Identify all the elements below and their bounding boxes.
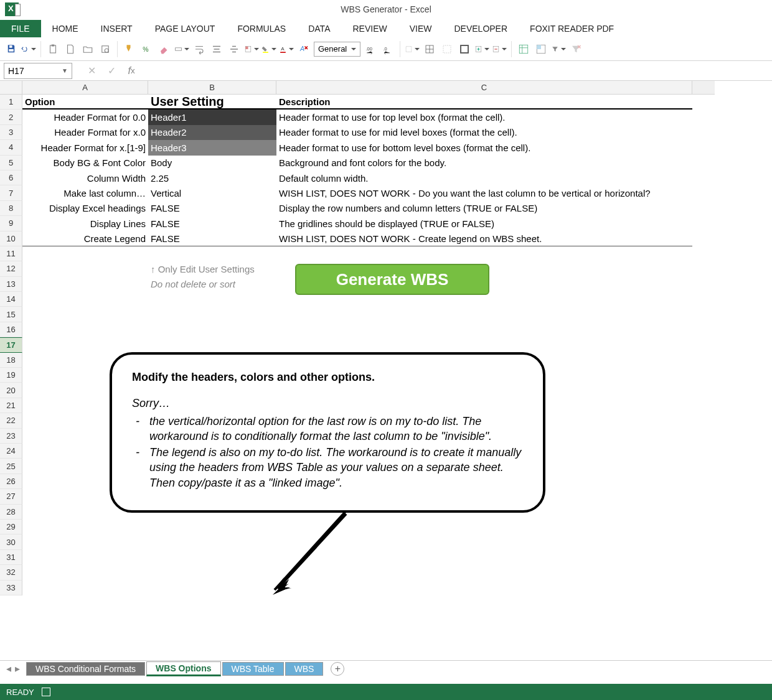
usersetting-cell[interactable]: FALSE bbox=[148, 201, 276, 216]
ribbon-tab-pagelayout[interactable]: PAGE LAYOUT bbox=[144, 20, 227, 37]
description-cell[interactable]: Header format to use for bottom level bo… bbox=[276, 140, 692, 155]
description-cell[interactable]: Header format to use for top level box (… bbox=[276, 110, 692, 124]
row-header[interactable]: 26 bbox=[0, 474, 22, 489]
borders-icon[interactable] bbox=[405, 42, 420, 57]
format-painter-icon[interactable] bbox=[122, 42, 137, 57]
row-header[interactable]: 21 bbox=[0, 398, 22, 413]
row-header[interactable]: 14 bbox=[0, 292, 22, 307]
option-cell[interactable]: Column Width bbox=[22, 170, 148, 185]
table-row[interactable]: Display LinesFALSEThe gridlines should b… bbox=[22, 216, 692, 231]
option-cell[interactable]: Display Lines bbox=[22, 216, 148, 231]
row-header[interactable]: 11 bbox=[0, 246, 22, 261]
column-header-a[interactable]: A bbox=[22, 81, 148, 94]
row-header[interactable]: 4 bbox=[0, 140, 22, 155]
option-cell[interactable]: Create Legend bbox=[22, 231, 148, 246]
option-cell[interactable]: Make last column… bbox=[22, 185, 148, 200]
empty-row[interactable] bbox=[22, 565, 692, 580]
table-row[interactable]: Column Width2.25Default column width. bbox=[22, 170, 692, 185]
description-cell[interactable]: Background and font colors for the body. bbox=[276, 156, 692, 170]
freeze-panes-icon[interactable] bbox=[534, 42, 548, 57]
table-row[interactable]: Header Format for 0.0Header1Header forma… bbox=[22, 110, 692, 124]
ribbon-tab-formulas[interactable]: FORMULAS bbox=[226, 20, 297, 37]
new-file-icon[interactable] bbox=[63, 42, 78, 57]
row-header[interactable]: 12 bbox=[0, 261, 22, 276]
description-cell[interactable]: WISH LIST, DOES NOT WORK - Create legend… bbox=[276, 231, 692, 246]
row-header[interactable]: 22 bbox=[0, 413, 22, 428]
column-header-c[interactable]: C bbox=[276, 81, 692, 94]
delete-cells-icon[interactable] bbox=[492, 42, 507, 57]
ribbon-tab-data[interactable]: DATA bbox=[297, 20, 341, 37]
generate-wbs-button[interactable]: Generate WBS bbox=[295, 264, 489, 295]
sheet-tab-options[interactable]: WBS Options bbox=[146, 661, 220, 676]
fx-icon[interactable]: fx bbox=[125, 64, 138, 78]
fill-color-icon[interactable] bbox=[261, 42, 276, 57]
row-header[interactable]: 1 bbox=[0, 95, 22, 110]
row-header[interactable]: 20 bbox=[0, 383, 22, 398]
select-all-corner[interactable] bbox=[0, 81, 22, 94]
row-header[interactable]: 23 bbox=[0, 429, 22, 444]
increase-decimal-icon[interactable]: .00 bbox=[363, 42, 378, 57]
name-box[interactable]: H17 ▼ bbox=[4, 63, 72, 79]
insert-cells-icon[interactable] bbox=[474, 42, 489, 57]
cancel-formula-icon[interactable]: ✕ bbox=[85, 64, 98, 78]
save-icon[interactable] bbox=[4, 42, 19, 57]
row-header[interactable]: 16 bbox=[0, 322, 22, 337]
usersetting-cell[interactable]: FALSE bbox=[148, 231, 276, 246]
row-header[interactable]: 2 bbox=[0, 110, 22, 124]
eraser-icon[interactable] bbox=[157, 42, 172, 57]
option-cell[interactable]: Display Excel headings bbox=[22, 201, 148, 216]
row-header[interactable]: 7 bbox=[0, 185, 22, 200]
filter-icon[interactable] bbox=[551, 42, 566, 57]
row-header[interactable]: 3 bbox=[0, 125, 22, 140]
usersetting-cell[interactable]: Vertical bbox=[148, 185, 276, 200]
ribbon-tab-foxit[interactable]: FOXIT READER PDF bbox=[519, 20, 625, 37]
usersetting-cell[interactable]: FALSE bbox=[148, 216, 276, 231]
description-cell[interactable]: Default column width. bbox=[276, 170, 692, 185]
ribbon-tab-view[interactable]: VIEW bbox=[398, 20, 443, 37]
row-header[interactable]: 30 bbox=[0, 534, 22, 549]
formula-input[interactable] bbox=[146, 63, 772, 79]
sheet-tab-table[interactable]: WBS Table bbox=[222, 662, 284, 676]
pivot-icon[interactable] bbox=[516, 42, 531, 57]
sheet-nav[interactable]: ◂▸ bbox=[0, 663, 26, 674]
font-color-icon[interactable]: A bbox=[279, 42, 294, 57]
table-row[interactable]: Create LegendFALSEWISH LIST, DOES NOT WO… bbox=[22, 231, 692, 246]
cond-format-icon[interactable] bbox=[244, 42, 259, 57]
wrap-text-icon[interactable] bbox=[192, 42, 207, 57]
ribbon-tab-developer[interactable]: DEVELOPER bbox=[443, 20, 519, 37]
row-header[interactable]: 19 bbox=[0, 368, 22, 383]
ribbon-tab-home[interactable]: HOME bbox=[41, 20, 90, 37]
option-cell[interactable]: Header Format for x.[1-9] bbox=[22, 140, 148, 155]
open-icon[interactable] bbox=[80, 42, 95, 57]
empty-row[interactable] bbox=[22, 550, 692, 565]
ribbon-tab-review[interactable]: REVIEW bbox=[341, 20, 398, 37]
align-center-icon[interactable] bbox=[209, 42, 224, 57]
table-row[interactable]: Header Format for x.0Header2Header forma… bbox=[22, 125, 692, 140]
row-header[interactable]: 8 bbox=[0, 201, 22, 216]
row-header[interactable]: 5 bbox=[0, 156, 22, 170]
row-header[interactable]: 15 bbox=[0, 307, 22, 322]
table-row[interactable]: Header Format for x.[1-9]Header3Header f… bbox=[22, 140, 692, 155]
empty-row[interactable] bbox=[22, 581, 692, 595]
all-borders-icon[interactable] bbox=[422, 42, 437, 57]
row-header[interactable]: 9 bbox=[0, 216, 22, 231]
description-cell[interactable]: Display the row numbers and column lette… bbox=[276, 201, 692, 216]
clear-filter-icon[interactable] bbox=[568, 42, 583, 57]
usersetting-cell[interactable]: Header2 bbox=[148, 125, 276, 140]
row-header[interactable]: 25 bbox=[0, 459, 22, 474]
description-cell[interactable]: The gridlines should be displayed (TRUE … bbox=[276, 216, 692, 231]
row-header[interactable]: 24 bbox=[0, 444, 22, 459]
description-cell[interactable]: Header format to use for mid level boxes… bbox=[276, 125, 692, 140]
row-header[interactable]: 6 bbox=[0, 170, 22, 185]
paste-icon[interactable] bbox=[45, 42, 60, 57]
option-cell[interactable]: Header Format for x.0 bbox=[22, 125, 148, 140]
table-row[interactable]: Body BG & Font ColorBodyBackground and f… bbox=[22, 156, 692, 170]
print-preview-icon[interactable] bbox=[98, 42, 113, 57]
sheet-tab-conditional[interactable]: WBS Conditional Formats bbox=[26, 662, 145, 676]
undo-icon[interactable] bbox=[21, 42, 36, 57]
row-header[interactable]: 27 bbox=[0, 489, 22, 504]
usersetting-cell[interactable]: Header3 bbox=[148, 140, 276, 155]
cells-area[interactable]: Option User Setting Description Header F… bbox=[22, 95, 692, 595]
description-cell[interactable]: WISH LIST, DOES NOT WORK - Do you want t… bbox=[276, 185, 692, 200]
empty-row[interactable] bbox=[22, 322, 692, 337]
